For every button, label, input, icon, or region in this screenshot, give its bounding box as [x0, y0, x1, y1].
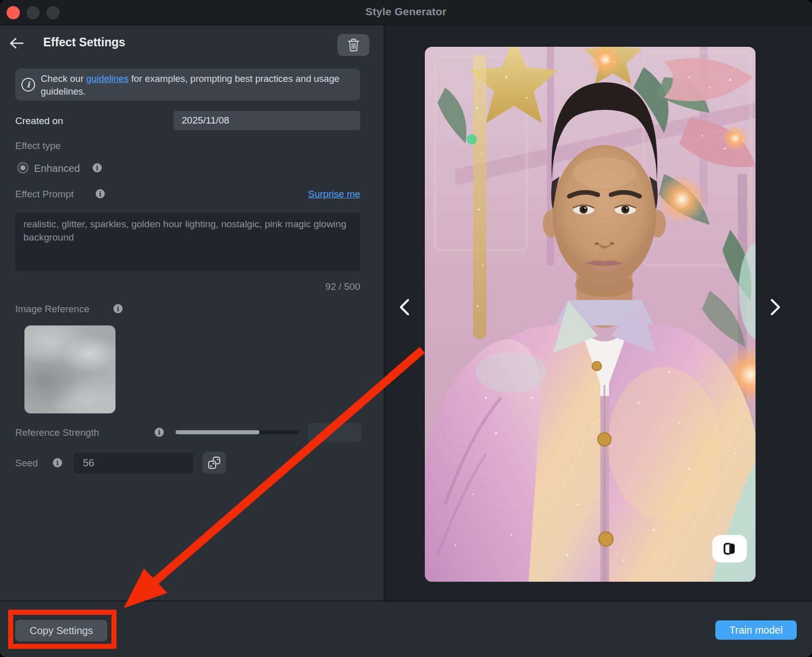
effect-prompt-textarea[interactable]: realistic, glitter, sparkles, golden hou… [15, 213, 360, 271]
effect-prompt-label: Effect Prompt [15, 189, 74, 200]
reference-strength-label: Reference Strength [15, 427, 99, 438]
image-reference-label: Image Reference [15, 304, 90, 315]
seed-label: Seed [15, 458, 38, 469]
trash-icon [347, 38, 360, 52]
guidelines-link[interactable]: guidelines [86, 73, 128, 84]
effect-type-info-icon[interactable]: i [93, 163, 102, 172]
reference-strength-info-icon[interactable]: i [155, 428, 164, 437]
titlebar: Style Generator [0, 0, 812, 25]
generated-photo [425, 47, 756, 582]
train-model-button[interactable]: Train model [715, 620, 797, 640]
effect-prompt-info-icon[interactable]: i [96, 189, 105, 198]
created-on-input[interactable] [173, 111, 360, 130]
enhanced-radio[interactable] [17, 162, 28, 173]
seed-input[interactable] [74, 453, 193, 473]
created-on-label: Created on [15, 115, 63, 127]
compare-icon [722, 541, 737, 556]
next-image-button[interactable] [767, 297, 784, 317]
surprise-me-link[interactable]: Surprise me [308, 189, 360, 200]
radio-dot [20, 165, 25, 170]
generated-photo-illustration [425, 47, 756, 582]
seed-info-icon[interactable]: i [53, 458, 62, 467]
footer-bar: Copy Settings Train model [0, 601, 812, 657]
info-circle-icon: i [21, 78, 35, 92]
char-counter: 92 / 500 [325, 281, 360, 292]
image-reference-thumbnail[interactable] [24, 325, 115, 413]
panel-title: Effect Settings [43, 36, 125, 49]
chevron-right-icon [769, 298, 782, 316]
guidelines-banner: i Check our guidelines for examples, pro… [15, 69, 360, 101]
window-title: Style Generator [0, 6, 812, 18]
compare-button[interactable] [712, 535, 747, 562]
enhanced-radio-label: Enhanced [34, 163, 80, 174]
arrow-left-icon [9, 37, 24, 50]
effect-settings-panel: Effect Settings i Check our guidelines f… [0, 25, 384, 601]
slider-fill [176, 430, 259, 434]
back-button[interactable] [7, 35, 25, 52]
dice-icon [207, 456, 221, 470]
chevron-left-icon [398, 298, 411, 316]
guidelines-text: Check our guidelines for examples, promp… [41, 72, 353, 98]
reference-strength-value[interactable] [308, 423, 361, 442]
previous-image-button[interactable] [396, 297, 413, 317]
guidelines-text-before: Check our [41, 73, 86, 84]
reference-strength-slider[interactable] [176, 430, 299, 434]
randomize-seed-button[interactable] [202, 452, 226, 474]
effect-type-label: Effect type [15, 140, 61, 152]
copy-settings-button[interactable]: Copy Settings [15, 620, 107, 641]
preview-panel [384, 25, 812, 601]
app-window: Style Generator Effect Settings i Check … [0, 0, 812, 657]
delete-button[interactable] [337, 34, 369, 56]
image-reference-info-icon[interactable]: i [113, 304, 123, 313]
